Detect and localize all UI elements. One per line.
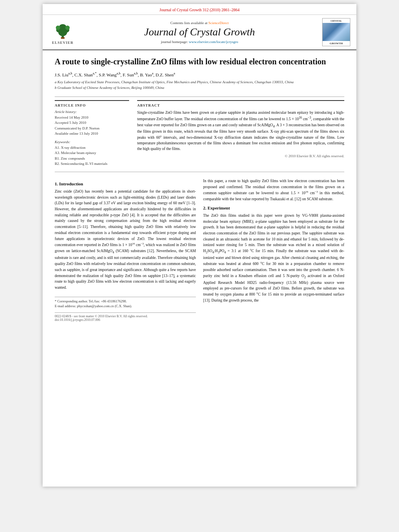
introduction-heading: 1. Introduction xyxy=(55,181,196,186)
copyright: © 2010 Elsevier B.V. All rights reserved… xyxy=(137,154,344,158)
elsevier-logo-area: ELSEVIER xyxy=(47,18,79,46)
affil-b: b Graduate School of Chinese Academy of … xyxy=(55,85,344,90)
available-online: Available online 13 July 2010 xyxy=(55,131,129,137)
svg-rect-7 xyxy=(61,37,64,39)
introduction-col: 1. Introduction Zinc oxide (ZnO) has rec… xyxy=(55,178,196,324)
author-js-liu: J.S. Liu xyxy=(55,72,68,77)
history-label: Article history: xyxy=(55,110,129,114)
article-body: A route to single-crystalline ZnO films … xyxy=(43,50,356,329)
article-info-box: ARTICLE INFO Article history: Received 1… xyxy=(55,100,129,167)
footnote-corresponding: * Corresponding author. Tel./fax: +86 43… xyxy=(55,299,196,304)
crystal-growth-logo-area: CRYSTAL GROWTH xyxy=(320,18,352,46)
communicated-by: Communicated by D.P. Norton xyxy=(55,126,129,131)
abstract-box: ABSTRACT Single-crystalline ZnO films ha… xyxy=(137,100,344,158)
keyword-1: A1. X-ray diffraction xyxy=(55,145,129,151)
svg-point-4 xyxy=(59,24,66,30)
authors-line: J.S. Liua,b, C.X. Shana,*, S.P. Wanga,b,… xyxy=(55,72,344,77)
sciencedirect-link: ScienceDirect xyxy=(208,21,228,25)
article-main-content: 1. Introduction Zinc oxide (ZnO) has rec… xyxy=(55,178,344,324)
received-date: Received 14 May 2010 xyxy=(55,115,129,121)
crystal-logo-top-text: CRYSTAL xyxy=(330,19,343,23)
keywords-section: Keywords: A1. X-ray diffraction A3. Mole… xyxy=(55,140,129,167)
experiment-heading: 2. Experiment xyxy=(203,205,344,210)
crystal-growth-logo: CRYSTAL GROWTH xyxy=(322,18,350,46)
abstract-text: Single-crystalline ZnO films have been g… xyxy=(137,110,344,152)
contents-available-text: Contents lists available at ScienceDirec… xyxy=(83,21,316,25)
footer-issn: 0022-0248/$ - see front matter © 2010 El… xyxy=(55,314,196,318)
keyword-2: A3. Molecular beam epitaxy xyxy=(55,150,129,156)
journal-title: Journal of Crystal Growth xyxy=(83,26,316,38)
right-col-para1: In this paper, a route to high quality Z… xyxy=(203,178,344,202)
keywords-label: Keywords: xyxy=(55,140,129,144)
article-history: Article history: Received 14 May 2010 Ac… xyxy=(55,110,129,137)
experiment-para1: The ZnO thin films studied in this paper… xyxy=(203,213,344,304)
accepted-date: Accepted 5 July 2010 xyxy=(55,120,129,126)
homepage-url: www.elsevier.com/locate/jcrysgro xyxy=(189,40,238,44)
elsevier-tree-icon xyxy=(53,20,73,40)
crystal-logo-bottom-text: GROWTH xyxy=(329,41,343,46)
footer-bar: 0022-0248/$ - see front matter © 2010 El… xyxy=(55,312,196,323)
footnote-section: * Corresponding author. Tel./fax: +86 43… xyxy=(55,297,196,309)
crystal-logo-image xyxy=(323,23,350,41)
affiliations: a Key Laboratory of Excited State Proces… xyxy=(55,80,344,90)
elsevier-logo: ELSEVIER xyxy=(52,20,74,45)
svg-point-5 xyxy=(56,26,60,30)
affil-a: a Key Laboratory of Excited State Proces… xyxy=(55,80,344,85)
journal-header: ELSEVIER Contents lists available at Sci… xyxy=(43,15,356,50)
info-abstract-section: ARTICLE INFO Article history: Received 1… xyxy=(55,100,344,167)
keyword-3: B1. Zinc compounds xyxy=(55,156,129,162)
article-info-col: ARTICLE INFO Article history: Received 1… xyxy=(55,100,129,167)
svg-point-6 xyxy=(65,26,70,30)
content-divider xyxy=(55,172,344,172)
experiment-col: In this paper, a route to high quality Z… xyxy=(203,178,344,324)
article-title: A route to single-crystalline ZnO films … xyxy=(55,56,344,67)
journal-homepage: journal homepage: www.elsevier.com/locat… xyxy=(83,40,316,44)
abstract-col: ABSTRACT Single-crystalline ZnO films ha… xyxy=(137,100,344,167)
keyword-4: B2. Semiconducting II–VI materials xyxy=(55,161,129,167)
journal-volume-info: Journal of Crystal Growth 312 (2010) 286… xyxy=(160,8,240,12)
abstract-label: ABSTRACT xyxy=(137,103,344,107)
header-divider xyxy=(55,97,344,97)
footer-doi: doi:10.1016/j.jcrysgro.2010.07.006 xyxy=(55,318,196,322)
article-info-label: ARTICLE INFO xyxy=(55,103,129,107)
footnote-email: E-mail address: phycxshan@yahoo.com.cn (… xyxy=(55,304,196,309)
journal-header-top: Journal of Crystal Growth 312 (2010) 286… xyxy=(43,4,356,15)
journal-title-area: Contents lists available at ScienceDirec… xyxy=(83,18,316,46)
intro-para1: Zinc oxide (ZnO) has recently been a pot… xyxy=(55,189,196,291)
elsevier-wordmark: ELSEVIER xyxy=(52,41,74,45)
article-page: Journal of Crystal Growth 312 (2010) 286… xyxy=(43,4,356,487)
